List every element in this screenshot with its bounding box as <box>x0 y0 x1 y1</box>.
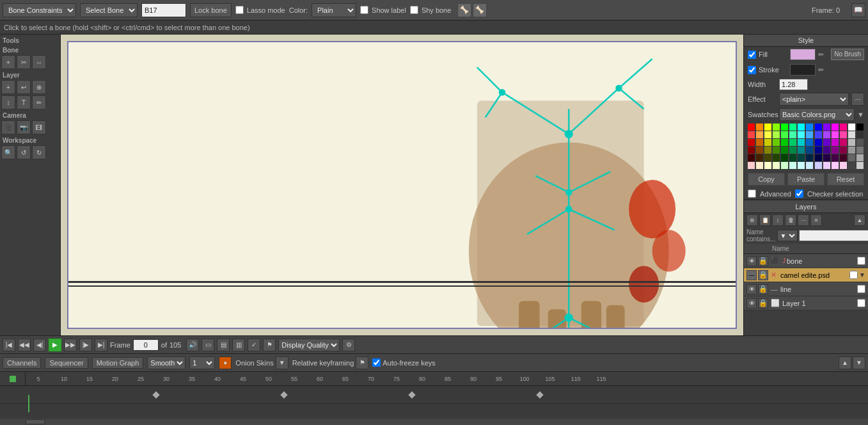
color-cell[interactable] <box>806 124 813 131</box>
color-cell[interactable] <box>832 124 839 131</box>
color-cell[interactable] <box>773 162 780 169</box>
color-cell[interactable] <box>781 131 788 138</box>
stroke-checkbox[interactable] <box>748 66 756 74</box>
frame-input[interactable] <box>133 339 159 351</box>
layers-search-input[interactable] <box>799 230 868 241</box>
color-cell[interactable] <box>848 124 855 131</box>
color-cell[interactable] <box>815 139 822 146</box>
layer-row-1[interactable]: 👁 🔒 ⬜ Layer 1 <box>744 296 868 310</box>
color-cell[interactable] <box>798 139 805 146</box>
bone-name-input[interactable] <box>141 3 186 17</box>
color-cell[interactable] <box>840 131 847 138</box>
color-cell[interactable] <box>848 131 855 138</box>
timeline-tracks[interactable] <box>0 386 868 419</box>
prev-frame-button[interactable]: ◀◀ <box>18 339 31 351</box>
lasso-mode-checkbox[interactable] <box>235 6 244 14</box>
color-cell[interactable] <box>856 147 864 154</box>
camera-tool-1[interactable]: 🎥 <box>1 120 15 134</box>
timeline-scroll-up[interactable]: ▲ <box>839 357 851 369</box>
color-cell[interactable] <box>823 147 830 154</box>
color-cell[interactable] <box>789 131 796 138</box>
color-cell[interactable] <box>823 154 830 161</box>
effect-more-button[interactable]: ··· <box>851 93 864 106</box>
advanced-checkbox[interactable] <box>748 189 756 198</box>
color-cell[interactable] <box>773 147 780 154</box>
color-cell[interactable] <box>806 139 813 146</box>
swatches-dropdown-icon[interactable]: ▼ <box>857 111 864 118</box>
layers-tool-3[interactable]: ↕ <box>772 214 784 226</box>
color-cell[interactable] <box>781 154 788 161</box>
color-cell[interactable] <box>756 154 763 161</box>
play-fast-button[interactable]: ▶▶ <box>64 339 77 351</box>
timeline-settings-btn[interactable]: ⚙ <box>342 339 355 351</box>
select-bone-select[interactable]: Select Bone <box>80 3 138 17</box>
layers-tool-2[interactable]: 📋 <box>759 214 771 226</box>
color-cell[interactable] <box>764 162 771 169</box>
shy-bone-checkbox[interactable] <box>410 6 418 14</box>
color-cell[interactable] <box>856 131 864 138</box>
color-cell[interactable] <box>840 139 847 146</box>
smooth-value-select[interactable]: 1 <box>189 357 215 369</box>
color-cell[interactable] <box>756 131 763 138</box>
color-cell[interactable] <box>756 162 763 169</box>
color-cell[interactable] <box>756 147 763 154</box>
color-cell[interactable] <box>798 154 805 161</box>
color-cell[interactable] <box>748 131 755 138</box>
color-cell[interactable] <box>840 147 847 154</box>
color-cell[interactable] <box>798 147 805 154</box>
paste-button[interactable]: Paste <box>787 173 825 186</box>
layers-tool-4[interactable]: 🗑 <box>785 214 796 226</box>
workspace-tool-2[interactable]: ↺ <box>17 145 31 159</box>
bone-tool-2[interactable]: ✂ <box>17 55 31 69</box>
keyframe-4[interactable] <box>536 391 543 398</box>
color-cell[interactable] <box>764 154 771 161</box>
color-cell[interactable] <box>832 131 839 138</box>
color-cell[interactable] <box>806 131 813 138</box>
canvas-area[interactable] <box>61 35 743 335</box>
stroke-color-swatch[interactable] <box>790 64 816 76</box>
workspace-tool-1[interactable]: 🔍 <box>1 145 15 159</box>
swatches-select[interactable]: Basic Colors.png <box>779 108 855 121</box>
animate-icon[interactable]: ● <box>219 357 232 369</box>
color-cell[interactable] <box>764 131 771 138</box>
layers-tool-6[interactable]: ≡ <box>810 214 822 226</box>
layer-tool-4[interactable]: ↕ <box>1 95 15 109</box>
fill-checkbox[interactable] <box>748 51 756 59</box>
color-cell[interactable] <box>823 139 830 146</box>
relative-keyframing-icon[interactable]: ⚑ <box>356 357 368 369</box>
timeline-check-btn[interactable]: ✓ <box>248 339 260 351</box>
bone-tool-3[interactable]: ↔ <box>32 55 46 69</box>
color-cell[interactable] <box>789 124 796 131</box>
camera-tool-2[interactable]: 📷 <box>17 120 31 134</box>
line-layer-lock-btn[interactable]: 🔒 <box>758 284 768 294</box>
psd-layer-lock-btn[interactable]: 🔒 <box>758 270 768 280</box>
width-input[interactable] <box>779 79 808 90</box>
layer1-vis-btn[interactable]: 👁 <box>746 298 757 309</box>
display-mode-3[interactable]: ▥ <box>232 339 245 351</box>
go-to-start-button[interactable]: |◀ <box>3 339 15 351</box>
color-cell[interactable] <box>773 139 780 146</box>
color-cell[interactable] <box>815 154 822 161</box>
color-cell[interactable] <box>798 124 805 131</box>
layer-tool-2[interactable]: ↩ <box>17 80 31 94</box>
color-cell[interactable] <box>748 162 755 169</box>
color-cell[interactable] <box>789 139 796 146</box>
bone-layer-checkbox[interactable] <box>857 257 865 265</box>
color-cell[interactable] <box>815 147 822 154</box>
motion-graph-tab[interactable]: Motion Graph <box>92 357 144 369</box>
stroke-edit-icon[interactable]: ✏ <box>818 66 824 74</box>
color-cell[interactable] <box>748 147 755 154</box>
timeline-flag-btn[interactable]: ⚑ <box>263 339 276 351</box>
channels-tab[interactable]: Channels <box>3 357 41 369</box>
canvas-inner[interactable] <box>67 41 737 329</box>
color-cell[interactable] <box>832 147 839 154</box>
keyframe-1[interactable] <box>152 391 159 398</box>
color-cell[interactable] <box>781 124 788 131</box>
color-cell[interactable] <box>806 154 813 161</box>
color-cell[interactable] <box>748 124 755 131</box>
layer-tool-5[interactable]: T <box>17 95 31 109</box>
smooth-select[interactable]: Smooth <box>147 357 185 369</box>
color-cell[interactable] <box>798 162 805 169</box>
color-cell[interactable] <box>856 162 864 169</box>
line-layer-vis-btn[interactable]: 👁 <box>746 284 757 294</box>
